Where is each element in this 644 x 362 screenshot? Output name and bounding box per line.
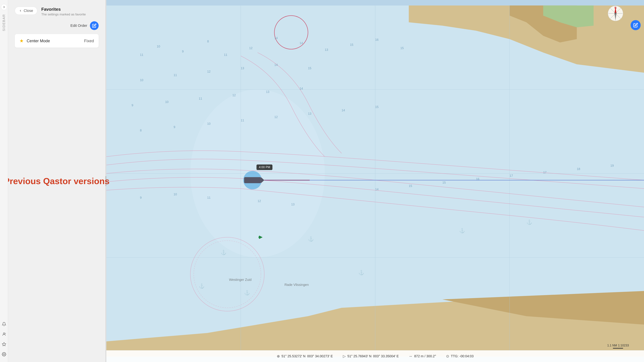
svg-text:14: 14 — [274, 63, 278, 66]
speed-val: 872 m / 300.2° — [414, 354, 436, 358]
close-button[interactable]: Close — [15, 7, 37, 15]
gear-icon[interactable] — [1, 352, 7, 357]
cursor-icon: ▷ — [343, 354, 346, 359]
svg-text:⚓: ⚓ — [526, 220, 532, 225]
svg-text:17: 17 — [543, 171, 546, 174]
status-bar: ⊕ 51° 25.53272' N 003° 34.00273' E ▷ 51°… — [106, 350, 644, 362]
svg-text:8: 8 — [140, 129, 142, 132]
time-callout: 4:00 PM — [256, 164, 272, 170]
favorite-item-left: ★ Center Mode — [20, 38, 50, 43]
svg-text:⚓: ⚓ — [358, 270, 364, 275]
map-canvas: ⚓ ⚓ ⚓ ⚓ ⚓ ⚓ ⚓ 11109 81112 141413 151615 … — [106, 0, 644, 362]
svg-text:11: 11 — [207, 196, 210, 199]
svg-text:12: 12 — [258, 199, 261, 203]
favorite-item-value: Fixed — [84, 38, 94, 43]
sidebar-label: SIDEBAR — [2, 14, 6, 31]
panel-title-block: Favorites The settings marked as favorit… — [41, 7, 86, 16]
pos1-lat: 51° 25.53272' N — [282, 354, 306, 358]
edit-order-label: Edit Order — [70, 23, 87, 28]
svg-text:⚓: ⚓ — [199, 283, 205, 289]
svg-text:9: 9 — [182, 50, 184, 53]
panel-title: Favorites — [41, 7, 86, 12]
ttg: ⊙ TTG: -00:04:03 — [446, 354, 474, 359]
sidebar-expand-button[interactable] — [1, 4, 7, 10]
map-area[interactable]: ⚓ ⚓ ⚓ ⚓ ⚓ ⚓ ⚓ 11109 81112 141413 151615 … — [106, 0, 644, 362]
scale-zoom: 1:10233 — [618, 344, 629, 347]
svg-text:12: 12 — [232, 93, 236, 97]
position-2: ▷ 51° 25.76943' N 003° 33.35004' E — [343, 354, 399, 359]
time-label: 4:00 PM — [259, 165, 270, 169]
svg-text:10: 10 — [207, 122, 210, 125]
favorites-icon[interactable] — [1, 342, 7, 347]
svg-text:13: 13 — [291, 203, 294, 206]
svg-point-0 — [3, 333, 5, 334]
svg-text:15: 15 — [409, 184, 412, 188]
svg-text:13: 13 — [308, 112, 311, 115]
svg-text:N: N — [614, 6, 616, 9]
svg-text:Westinger Zuid: Westinger Zuid — [229, 278, 252, 282]
panel-subtitle: The settings marked as favorite — [41, 12, 86, 16]
favorite-item-name: Center Mode — [27, 38, 50, 43]
svg-rect-76 — [244, 177, 261, 183]
svg-text:11: 11 — [241, 119, 244, 122]
svg-text:14: 14 — [300, 41, 303, 45]
svg-text:⚓: ⚓ — [308, 236, 314, 242]
svg-text:18: 18 — [577, 167, 580, 171]
close-label: Close — [24, 8, 33, 13]
settings-person-icon[interactable] — [1, 332, 7, 337]
speed-bearing: ↔ 872 m / 300.2° — [409, 354, 436, 359]
svg-text:15: 15 — [308, 66, 311, 70]
svg-text:14: 14 — [375, 188, 378, 191]
svg-marker-4 — [2, 342, 6, 346]
map-edit-button[interactable] — [630, 20, 641, 30]
svg-text:14: 14 — [300, 87, 303, 90]
pos1-lon: 003° 34.00273' E — [307, 354, 333, 358]
svg-text:⚓: ⚓ — [220, 250, 226, 255]
position-1: ⊕ 51° 25.53272' N 003° 34.00273' E — [277, 354, 333, 359]
favorites-panel: Close Favorites The settings marked as f… — [8, 0, 105, 362]
clock-icon: ⊙ — [446, 354, 449, 359]
panel-header: Close Favorites The settings marked as f… — [15, 7, 99, 16]
crosshair-icon: ⊕ — [277, 354, 280, 359]
ttg-val: TTG: -00:04:03 — [451, 354, 474, 358]
svg-text:15: 15 — [375, 105, 378, 109]
svg-text:16: 16 — [375, 38, 378, 41]
scale-nm: 1.1 NM — [607, 344, 617, 347]
map-scalebar: 1.1 NM 1:10233 — [607, 344, 629, 349]
svg-text:13: 13 — [241, 66, 244, 70]
svg-text:13: 13 — [325, 48, 328, 51]
watermark-text: Previous Qastor versions — [4, 176, 110, 186]
svg-text:9: 9 — [140, 196, 142, 199]
star-filled-icon: ★ — [20, 38, 24, 43]
pos2-lat: 51° 25.76943' N — [348, 354, 372, 358]
svg-text:Rade Vlissingen: Rade Vlissingen — [284, 283, 309, 287]
svg-text:10: 10 — [165, 100, 168, 104]
svg-point-5 — [3, 354, 4, 355]
compass-rose: N — [607, 5, 624, 22]
svg-text:9: 9 — [174, 125, 175, 129]
svg-text:8: 8 — [207, 40, 209, 43]
bell-icon[interactable] — [1, 322, 7, 327]
svg-text:11: 11 — [199, 97, 202, 100]
svg-text:13: 13 — [266, 90, 269, 93]
edit-order-button[interactable] — [90, 21, 99, 30]
svg-text:10: 10 — [140, 78, 143, 82]
svg-text:14: 14 — [274, 36, 278, 40]
edit-order-row: Edit Order — [15, 21, 99, 30]
svg-text:15: 15 — [442, 181, 446, 184]
svg-text:14: 14 — [342, 109, 345, 112]
svg-text:12: 12 — [249, 46, 252, 50]
svg-text:⚓: ⚓ — [244, 290, 250, 296]
svg-text:12: 12 — [207, 70, 210, 73]
svg-text:17: 17 — [510, 174, 513, 177]
svg-text:10: 10 — [157, 45, 160, 48]
svg-text:15: 15 — [350, 43, 353, 46]
svg-text:19: 19 — [610, 164, 614, 167]
favorite-item-center-mode[interactable]: ★ Center Mode Fixed — [15, 34, 99, 48]
svg-text:11: 11 — [174, 73, 177, 77]
svg-text:9: 9 — [132, 104, 133, 107]
sidebar: SIDEBAR — [0, 0, 8, 362]
svg-text:11: 11 — [224, 53, 227, 56]
svg-text:11: 11 — [140, 53, 143, 56]
svg-text:12: 12 — [274, 115, 278, 119]
